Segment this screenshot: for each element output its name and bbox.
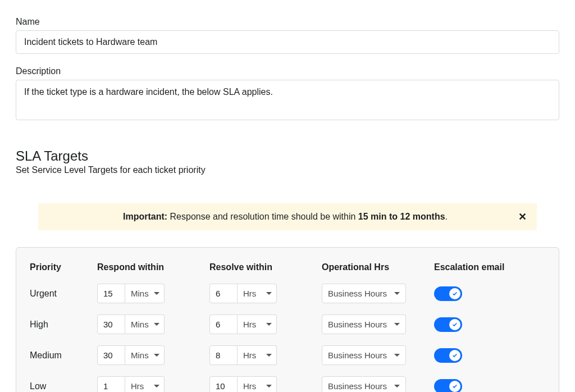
chevron-down-icon: [266, 385, 272, 388]
check-icon: [452, 291, 458, 297]
chevron-down-icon: [266, 292, 272, 295]
description-textarea[interactable]: If the ticket type is a hardware inciden…: [16, 80, 559, 120]
table-row: MediumMinsHrsBusiness Hours: [30, 345, 545, 365]
chevron-down-icon: [154, 385, 159, 388]
resolve-value-input[interactable]: [209, 314, 238, 334]
respond-unit-select[interactable]: Mins: [125, 314, 165, 334]
priority-cell: Medium: [30, 350, 97, 361]
chevron-down-icon: [394, 354, 400, 357]
resolve-value-input[interactable]: [209, 345, 238, 365]
resolve-unit-select[interactable]: Hrs: [238, 345, 277, 365]
priority-cell: Low: [30, 381, 97, 391]
col-escalation: Escalation email: [434, 262, 545, 272]
resolve-value-input[interactable]: [209, 284, 238, 303]
chevron-down-icon: [266, 323, 272, 326]
operational-hours-select[interactable]: Business Hours: [322, 284, 406, 303]
col-resolve: Resolve within: [209, 262, 322, 272]
alert-mid: Response and resolution time should be w…: [167, 212, 358, 221]
chevron-down-icon: [154, 292, 159, 295]
resolve-unit-value: Hrs: [243, 350, 256, 360]
col-respond: Respond within: [97, 262, 209, 272]
chevron-down-icon: [266, 354, 272, 357]
priority-cell: High: [30, 320, 97, 330]
resolve-unit-select[interactable]: Hrs: [238, 314, 277, 334]
operational-hours-select[interactable]: Business Hours: [322, 376, 406, 392]
check-icon: [452, 322, 458, 327]
escalation-toggle[interactable]: [434, 379, 462, 393]
operational-hours-select[interactable]: Business Hours: [322, 314, 406, 334]
important-alert: Important: Response and resolution time …: [38, 203, 537, 230]
col-ophrs: Operational Hrs: [322, 262, 434, 272]
respond-unit-select[interactable]: Hrs: [125, 376, 165, 392]
name-label: Name: [16, 17, 559, 27]
name-input[interactable]: [16, 30, 559, 54]
chevron-down-icon: [394, 385, 400, 388]
operational-hours-value: Business Hours: [328, 289, 387, 298]
close-icon[interactable]: ✕: [518, 212, 527, 222]
alert-suffix: .: [445, 212, 448, 221]
toggle-knob: [449, 319, 460, 330]
respond-unit-value: Mins: [131, 350, 149, 360]
resolve-unit-select[interactable]: Hrs: [238, 284, 277, 303]
operational-hours-value: Business Hours: [328, 320, 387, 329]
respond-value-input[interactable]: [97, 314, 125, 334]
chevron-down-icon: [394, 292, 400, 295]
respond-unit-select[interactable]: Mins: [125, 284, 165, 303]
description-label: Description: [16, 66, 559, 76]
priority-cell: Urgent: [30, 289, 97, 299]
table-row: LowHrsHrsBusiness Hours: [30, 376, 545, 392]
escalation-toggle[interactable]: [434, 286, 462, 301]
sla-targets-subtext: Set Service Level Targets for each ticke…: [16, 165, 559, 175]
table-row: UrgentMinsHrsBusiness Hours: [30, 284, 545, 303]
chevron-down-icon: [154, 354, 159, 357]
resolve-unit-value: Hrs: [243, 320, 256, 329]
chevron-down-icon: [154, 323, 159, 326]
respond-value-input[interactable]: [97, 284, 125, 303]
respond-unit-select[interactable]: Mins: [125, 345, 165, 365]
respond-value-input[interactable]: [97, 376, 125, 392]
resolve-unit-select[interactable]: Hrs: [238, 376, 277, 392]
escalation-toggle[interactable]: [434, 348, 462, 363]
toggle-knob: [449, 381, 460, 392]
sla-targets-heading: SLA Targets: [16, 148, 559, 164]
respond-unit-value: Mins: [131, 320, 149, 329]
respond-unit-value: Hrs: [131, 381, 144, 391]
table-row: HighMinsHrsBusiness Hours: [30, 314, 545, 334]
resolve-unit-value: Hrs: [243, 289, 256, 298]
col-priority: Priority: [30, 262, 97, 272]
respond-unit-value: Mins: [131, 289, 149, 298]
respond-value-input[interactable]: [97, 345, 125, 365]
operational-hours-value: Business Hours: [328, 381, 387, 391]
escalation-toggle[interactable]: [434, 317, 462, 332]
alert-range: 15 min to 12 months: [358, 212, 445, 221]
check-icon: [452, 384, 458, 389]
toggle-knob: [449, 350, 460, 361]
resolve-unit-value: Hrs: [243, 381, 256, 391]
toggle-knob: [449, 288, 460, 299]
alert-prefix: Important:: [123, 212, 167, 221]
operational-hours-value: Business Hours: [328, 350, 387, 360]
operational-hours-select[interactable]: Business Hours: [322, 345, 406, 365]
check-icon: [452, 353, 458, 358]
sla-table: Priority Respond within Resolve within O…: [16, 247, 559, 392]
resolve-value-input[interactable]: [209, 376, 238, 392]
chevron-down-icon: [394, 323, 400, 326]
